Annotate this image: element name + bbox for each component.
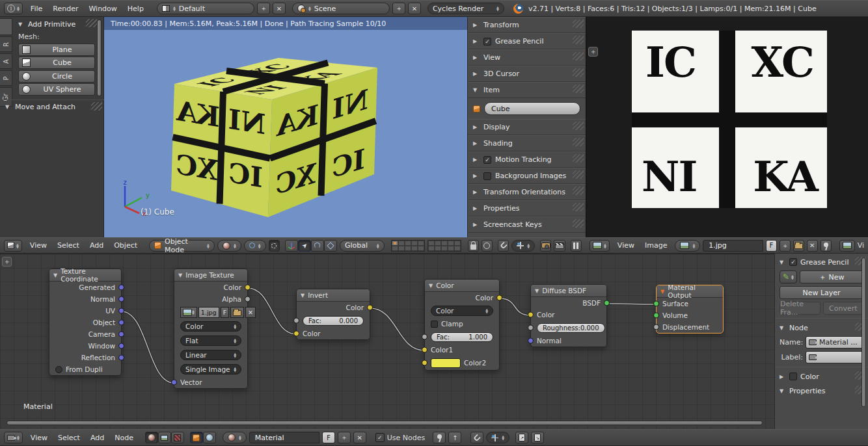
socket-l[interactable] bbox=[653, 324, 659, 330]
socket-r[interactable] bbox=[118, 332, 124, 337]
socket-r[interactable] bbox=[496, 295, 502, 301]
menu-view[interactable]: View bbox=[25, 240, 52, 251]
layer-cell[interactable] bbox=[418, 241, 424, 246]
mode-dropdown[interactable]: Object Mode ▲▼ bbox=[149, 240, 215, 252]
socket-r[interactable] bbox=[367, 305, 373, 311]
panel-drag-widget[interactable] bbox=[86, 19, 97, 27]
socket-l[interactable] bbox=[293, 331, 299, 337]
lock-to-scene-toggle[interactable] bbox=[468, 240, 479, 252]
panel-header-item[interactable]: ▼Item bbox=[468, 82, 586, 98]
node-editor-hscrollbar[interactable] bbox=[7, 421, 763, 425]
socket-r[interactable] bbox=[118, 285, 124, 291]
clamp-checkbox[interactable] bbox=[431, 321, 438, 328]
collapse-arrow-icon[interactable]: ▼ bbox=[301, 293, 305, 298]
panel-header-move-attach[interactable]: ▼ Move and Attach bbox=[0, 99, 104, 114]
menu-file[interactable]: File bbox=[25, 3, 47, 14]
snap-element-dropdown[interactable]: ▲▼ bbox=[486, 432, 509, 443]
object-name-field[interactable]: Cube bbox=[484, 102, 580, 115]
grease-pencil-checkbox[interactable]: ✓ bbox=[789, 258, 797, 266]
mesh-button-cube[interactable]: Cube bbox=[18, 57, 95, 69]
panel-header-shading[interactable]: ▶Shading bbox=[468, 135, 586, 151]
delete-frame-button[interactable]: Delete Fra... bbox=[780, 302, 821, 315]
delete-scene-button[interactable]: ✕ bbox=[408, 3, 421, 14]
color-swatch[interactable] bbox=[431, 358, 461, 368]
panel-drag-widget[interactable] bbox=[573, 52, 584, 60]
layer-cell[interactable] bbox=[428, 246, 435, 251]
panel-drag-widget[interactable] bbox=[573, 203, 584, 211]
transform-orientation-dropdown[interactable]: Global ▲▼ bbox=[340, 240, 385, 252]
panel-drag-widget[interactable] bbox=[573, 68, 584, 77]
paste-nodes-button[interactable]: ↘ bbox=[531, 432, 544, 443]
collapse-arrow-icon[interactable]: ▼ bbox=[535, 288, 539, 294]
menu-add[interactable]: Add bbox=[85, 240, 109, 251]
translate-manipulator-toggle[interactable]: ➤ bbox=[298, 240, 311, 252]
world-shader-toggle[interactable] bbox=[203, 432, 216, 443]
mesh-button-plane[interactable]: Plane bbox=[18, 44, 95, 56]
uv-image-editor[interactable]: IC XC NI KA ＋ bbox=[586, 17, 868, 237]
layer-cell[interactable] bbox=[454, 241, 461, 246]
motion-tracking-checkbox[interactable]: ✓ bbox=[483, 156, 491, 164]
panel-header-color[interactable]: ▶ Color bbox=[775, 369, 868, 384]
manipulate-center-points-toggle[interactable] bbox=[269, 240, 280, 252]
rotate-manipulator-toggle[interactable] bbox=[311, 240, 324, 252]
layer-cell[interactable] bbox=[405, 246, 411, 251]
image-browse-dropdown[interactable]: ▲▼ bbox=[675, 240, 700, 252]
dropdown-color[interactable]: Color▲▼ bbox=[431, 306, 493, 316]
panel-drag-widget[interactable] bbox=[573, 219, 584, 228]
panel-drag-widget[interactable] bbox=[573, 20, 584, 28]
socket-r[interactable] bbox=[118, 355, 124, 361]
delete-layout-button[interactable]: ✕ bbox=[273, 3, 286, 14]
panel-header-3d-cursor[interactable]: ▶3D Cursor bbox=[468, 66, 586, 82]
display-mode-dropdown[interactable] bbox=[839, 240, 855, 252]
layers-block-1[interactable] bbox=[391, 240, 425, 252]
render-opengl-animation-button[interactable] bbox=[554, 240, 565, 252]
dropdown-color[interactable]: Color▲▼ bbox=[180, 321, 241, 332]
tool-shelf-tab-a[interactable]: A bbox=[0, 53, 12, 69]
scene-selector[interactable]: ▲▼ Scene bbox=[292, 3, 390, 14]
editor-type-button-node[interactable]: ▲▼ bbox=[4, 432, 23, 443]
viewport-3d[interactable]: Time:00:00.83 | Mem:5.16M, Peak:5.16M | … bbox=[104, 17, 467, 237]
mesh-button-circle[interactable]: Circle bbox=[18, 70, 95, 83]
value-slider[interactable]: Fac:1.000 bbox=[431, 332, 493, 342]
collapse-arrow-icon[interactable]: ▼ bbox=[53, 272, 57, 278]
socket-l[interactable] bbox=[171, 380, 177, 386]
node-mix[interactable]: ▼ColorColorColor▲▼ClampFac:1.000Color1Co… bbox=[424, 279, 500, 371]
panel-header-transform[interactable]: ▶Transform bbox=[468, 17, 586, 33]
dropdown-single-image[interactable]: Single Image▲▼ bbox=[180, 364, 241, 374]
open-image-button[interactable] bbox=[230, 307, 244, 318]
copy-nodes-button[interactable]: ↗ bbox=[515, 432, 528, 443]
object-shader-toggle[interactable] bbox=[190, 432, 203, 443]
collapse-arrow-icon[interactable]: ▼ bbox=[429, 283, 433, 289]
panel-header-grease-pencil[interactable]: ▼ ✓ Grease Pencil bbox=[775, 255, 868, 269]
node-header[interactable]: ▼Material Output bbox=[657, 285, 723, 298]
panel-header-properties[interactable]: ▶Properties bbox=[468, 200, 586, 216]
grease-pencil-checkbox[interactable]: ✓ bbox=[483, 38, 491, 46]
pause-button[interactable] bbox=[571, 240, 582, 252]
node-output[interactable]: ▼Material OutputSurfaceVolumeDisplacemen… bbox=[656, 285, 724, 334]
layer-cell[interactable] bbox=[435, 246, 441, 251]
panel-drag-widget[interactable] bbox=[573, 122, 584, 130]
panel-header-display[interactable]: ▶Display bbox=[468, 119, 586, 135]
panel-drag-widget[interactable] bbox=[91, 102, 102, 111]
value-slider[interactable]: Roughness:0.000 bbox=[537, 323, 605, 333]
unlink-material-button[interactable]: ✕ bbox=[353, 432, 366, 443]
panel-header-add-primitive[interactable]: ▼ Add Primitive bbox=[13, 17, 99, 31]
viewport-shading-dropdown[interactable]: ▲▼ bbox=[217, 240, 241, 252]
node-panel-scrollbar[interactable] bbox=[861, 257, 866, 407]
tool-shelf-tab-r[interactable]: R bbox=[0, 36, 12, 52]
region-expand-handle[interactable]: ＋ bbox=[588, 47, 598, 57]
menu-object[interactable]: Object bbox=[109, 240, 142, 251]
panel-header-view[interactable]: ▶View bbox=[468, 49, 586, 66]
layer-cell[interactable] bbox=[441, 246, 448, 251]
layer-cell[interactable] bbox=[418, 246, 424, 251]
menu-view[interactable]: View bbox=[612, 240, 640, 251]
node-header[interactable]: ▼Invert bbox=[297, 289, 370, 302]
collapse-arrow-icon[interactable]: ▼ bbox=[660, 289, 664, 295]
editor-type-button-view3d[interactable]: ▲▼ bbox=[4, 240, 22, 252]
node-header[interactable]: ▼Color bbox=[425, 280, 499, 292]
value-slider[interactable]: Fac:0.000 bbox=[303, 316, 364, 326]
socket-l[interactable] bbox=[422, 334, 427, 340]
node-invert[interactable]: ▼InvertColorFac:0.000Color bbox=[296, 289, 370, 340]
layer-cell[interactable] bbox=[448, 246, 454, 251]
layer-cell[interactable] bbox=[411, 241, 418, 246]
